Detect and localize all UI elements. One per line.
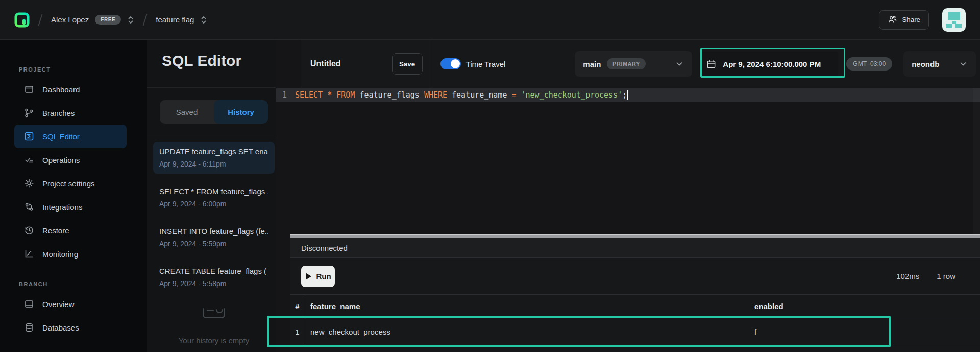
line-number: 1 <box>276 90 287 100</box>
sql-keyword: WHERE <box>424 90 452 100</box>
neon-logo-icon[interactable] <box>14 12 30 28</box>
sql-keyword: SELECT <box>295 90 327 100</box>
run-label: Run <box>316 272 331 280</box>
sql-operator: * <box>327 90 336 100</box>
table-row[interactable]: 1 new_checkout_process f <box>290 318 980 345</box>
column-header-index: # <box>290 295 305 318</box>
row-index-cell: 1 <box>290 318 305 345</box>
sql-keyword: FROM <box>336 90 359 100</box>
restore-icon <box>24 225 34 236</box>
sql-identifier: feature_name <box>452 90 511 100</box>
branch-selector[interactable]: main PRIMARY <box>575 51 692 77</box>
time-travel-label: Time Travel <box>466 60 506 68</box>
datetime-value: Apr 9, 2024 6:10:00.000 PM <box>723 60 821 68</box>
column-header-enabled: enabled <box>754 302 980 311</box>
breadcrumb-separator <box>143 14 148 26</box>
share-button[interactable]: Share <box>879 10 929 30</box>
inbox-icon <box>202 308 226 321</box>
history-date: Apr 9, 2024 - 5:58pm <box>159 279 268 288</box>
sidebar-item-label: Databases <box>42 323 79 332</box>
history-item[interactable]: CREATE TABLE feature_flags ( f... Apr 9,… <box>153 261 275 293</box>
timezone-badge: GMT -03:00 <box>846 57 892 71</box>
calendar-icon <box>706 59 716 69</box>
code-line: 1SELECT * FROM feature_flags WHERE featu… <box>276 88 980 102</box>
org-selector[interactable]: Alex Lopez FREE <box>51 15 134 25</box>
history-empty-state: Your history is empty <box>147 336 281 345</box>
neon-console: Alex Lopez FREE feature flag Share <box>0 0 980 352</box>
top-bar: Alex Lopez FREE feature flag Share <box>0 0 980 40</box>
query-meta: 102ms 1 row <box>896 272 955 280</box>
databases-icon <box>24 322 34 333</box>
sql-code-editor[interactable]: 1SELECT * FROM feature_flags WHERE featu… <box>276 88 980 234</box>
tab-history[interactable]: History <box>214 100 268 124</box>
avatar[interactable] <box>942 8 966 32</box>
chevron-down-icon <box>959 59 968 68</box>
enabled-cell: f <box>754 327 980 336</box>
history-item[interactable]: INSERT INTO feature_flags (fe... Apr 9, … <box>153 221 275 253</box>
time-travel-toggle[interactable] <box>440 58 461 69</box>
sidebar-item-project-settings[interactable]: Project settings <box>14 172 127 195</box>
branches-icon <box>24 108 34 118</box>
divider <box>432 40 432 88</box>
sidebar-item-restore[interactable]: Restore <box>14 219 127 242</box>
tab-saved[interactable]: Saved <box>160 100 214 124</box>
sidebar-item-label: SQL Editor <box>42 132 80 141</box>
branch-section-label: BRANCH <box>19 281 147 287</box>
selector-chevrons-icon <box>200 15 207 25</box>
sidebar-item-monitoring[interactable]: Monitoring <box>14 242 127 266</box>
history-item[interactable]: UPDATE feature_flags SET ena... Apr 9, 2… <box>153 142 275 174</box>
sql-operator: = <box>511 90 521 100</box>
panel-title: SQL Editor <box>147 40 281 88</box>
document-title: Untitled <box>310 59 341 68</box>
settings-icon <box>24 178 34 189</box>
sql-identifier: feature_flags <box>359 90 424 100</box>
sidebar: PROJECT Dashboard Branches SQL <box>0 40 147 352</box>
sidebar-item-sql-editor[interactable]: SQL Editor <box>14 125 127 148</box>
project-selector[interactable]: feature flag <box>156 15 207 25</box>
sidebar-item-integrations[interactable]: Integrations <box>14 195 127 219</box>
run-button[interactable]: Run <box>301 266 335 287</box>
editor-header: Untitled Save Time Travel main PRIMARY A… <box>301 40 980 88</box>
org-name: Alex Lopez <box>51 15 89 24</box>
monitoring-icon <box>24 249 34 259</box>
history-date: Apr 9, 2024 - 5:59pm <box>159 240 268 248</box>
sidebar-item-overview[interactable]: Overview <box>14 292 127 316</box>
sql-punctuation: ; <box>622 90 627 100</box>
history-item[interactable]: SELECT * FROM feature_flags ... Apr 9, 2… <box>153 181 275 214</box>
database-selector[interactable]: neondb <box>903 51 976 77</box>
connection-status-bar: Disconnected <box>290 238 980 258</box>
row-count: 1 row <box>937 272 955 280</box>
project-section-label: PROJECT <box>19 66 147 73</box>
sidebar-item-dashboard[interactable]: Dashboard <box>14 78 127 101</box>
column-header-feature-name: feature_name <box>305 302 754 311</box>
history-query: INSERT INTO feature_flags (fe... <box>159 227 268 236</box>
integrations-icon <box>24 202 34 212</box>
overview-icon <box>24 299 34 309</box>
text-cursor <box>627 90 628 100</box>
play-icon <box>305 272 312 280</box>
sidebar-item-databases[interactable]: Databases <box>14 316 127 339</box>
history-query: SELECT * FROM feature_flags ... <box>159 187 268 196</box>
sidebar-item-label: Project settings <box>42 179 95 188</box>
sidebar-item-label: Operations <box>42 156 80 165</box>
sidebar-item-operations[interactable]: Operations <box>14 148 127 172</box>
query-duration: 102ms <box>896 272 919 280</box>
results-panel: Disconnected Run 102ms 1 row # feature_n… <box>290 238 980 352</box>
chevron-down-icon <box>675 59 684 68</box>
breadcrumb-separator <box>38 14 42 26</box>
sidebar-item-branches[interactable]: Branches <box>14 101 127 125</box>
save-button[interactable]: Save <box>392 53 423 75</box>
sql-string: 'new_checkout_process' <box>521 90 623 100</box>
feature-name-cell: new_checkout_process <box>305 327 754 336</box>
panel-resizer-handle[interactable] <box>290 234 980 238</box>
share-label: Share <box>902 16 920 24</box>
editor-area: Untitled Save Time Travel main PRIMARY A… <box>276 40 980 352</box>
time-travel-datetime-picker[interactable]: Apr 9, 2024 6:10:00.000 PM <box>699 52 838 76</box>
project-name: feature flag <box>156 15 194 24</box>
run-toolbar: Run 102ms 1 row <box>290 258 980 295</box>
editor-scrollbar[interactable] <box>973 88 980 234</box>
history-query: UPDATE feature_flags SET ena... <box>159 147 268 156</box>
operations-icon <box>24 155 34 165</box>
history-date: Apr 9, 2024 - 6:00pm <box>159 200 268 208</box>
sidebar-item-label: Integrations <box>42 203 82 212</box>
